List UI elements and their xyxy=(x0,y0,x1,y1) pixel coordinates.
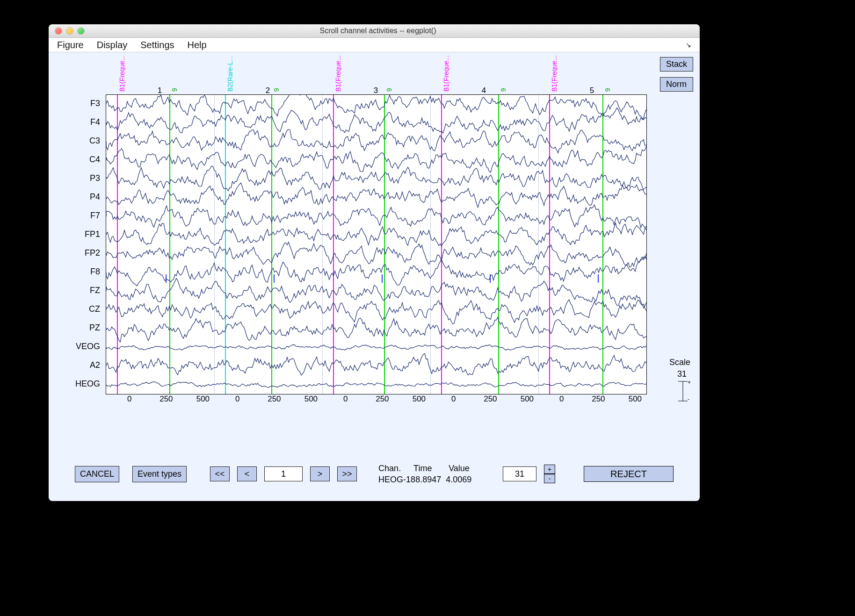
menu-help[interactable]: Help xyxy=(188,40,207,50)
event-marker-label: B1(Freque... xyxy=(334,55,342,92)
norm-button[interactable]: Norm xyxy=(660,77,693,92)
svg-text:-: - xyxy=(688,396,689,402)
channel-label: F7 xyxy=(49,211,100,221)
close-icon[interactable] xyxy=(55,28,62,34)
app-window: Scroll channel activities -- eegplot() F… xyxy=(49,24,700,501)
value-value: 4.0069 xyxy=(446,475,471,484)
event-marker-label: 9 xyxy=(500,88,507,92)
menubar: Figure Display Settings Help ↘ xyxy=(49,38,700,52)
channel-label: A2 xyxy=(49,360,100,370)
resize-corner-icon[interactable]: ↘ xyxy=(686,41,691,49)
x-tick-label: 250 xyxy=(592,394,605,404)
amplitude-plus-button[interactable]: + xyxy=(544,465,555,474)
titlebar[interactable]: Scroll channel activities -- eegplot() xyxy=(49,24,700,38)
position-input[interactable]: 1 xyxy=(264,466,303,481)
event-marker-label: B2(Rare-L... xyxy=(226,56,234,92)
channel-label: FP1 xyxy=(49,229,100,239)
event-marker-label: 9 xyxy=(385,88,393,92)
x-tick-label: 500 xyxy=(521,394,534,404)
event-marker-label: B1(Freque... xyxy=(551,55,558,92)
channel-label: P4 xyxy=(49,192,100,202)
reject-button[interactable]: REJECT xyxy=(584,466,674,482)
nav-first-button[interactable]: << xyxy=(210,466,230,481)
x-tick-label: 500 xyxy=(304,394,318,404)
x-tick-label: 0 xyxy=(235,394,239,404)
x-tick-label: 0 xyxy=(343,394,348,404)
scale-value: 31 xyxy=(677,369,687,379)
x-tick-label: 0 xyxy=(559,394,564,404)
amplitude-minus-button[interactable]: - xyxy=(544,474,555,483)
nav-prev-button[interactable]: < xyxy=(237,466,257,481)
x-tick-label: 500 xyxy=(196,394,210,404)
menu-settings[interactable]: Settings xyxy=(140,40,174,50)
svg-text:+: + xyxy=(688,380,691,386)
x-tick-label: 0 xyxy=(451,394,456,404)
channel-label: CZ xyxy=(49,304,100,314)
menu-display[interactable]: Display xyxy=(97,40,128,50)
epoch-number: 1 xyxy=(158,86,162,95)
event-marker-label: B1(Freque... xyxy=(442,55,450,92)
scale-bar-icon: + - xyxy=(674,380,691,403)
scale-label: Scale xyxy=(669,358,690,367)
channel-label: C3 xyxy=(49,136,100,146)
side-buttons: Stack Norm xyxy=(660,57,693,92)
x-tick-label: 500 xyxy=(629,394,642,404)
x-tick-label: 250 xyxy=(484,394,497,404)
nav-last-button[interactable]: >> xyxy=(337,466,357,481)
stack-button[interactable]: Stack xyxy=(660,57,693,72)
amplitude-stepper: + - xyxy=(544,465,555,483)
bottom-toolbar: CANCEL Event types << < 1 > >> Chan. Tim… xyxy=(49,455,700,493)
event-types-button[interactable]: Event types xyxy=(132,466,187,482)
eeg-plot[interactable] xyxy=(106,94,647,394)
x-tick-label: 250 xyxy=(159,394,173,404)
waveforms xyxy=(106,95,646,394)
x-tick-label: 0 xyxy=(127,394,131,404)
chan-header: Chan. xyxy=(378,463,411,474)
channel-label: FZ xyxy=(49,286,100,295)
chan-value: HEOG xyxy=(378,475,403,484)
channel-label: F8 xyxy=(49,267,100,277)
channel-label: PZ xyxy=(49,323,100,333)
x-tick-label: 250 xyxy=(376,394,389,404)
epoch-number: 3 xyxy=(374,86,378,95)
x-tick-label: 250 xyxy=(268,394,281,404)
channel-label: P3 xyxy=(49,173,100,183)
window-title: Scroll channel activities -- eegplot() xyxy=(84,27,700,35)
window-controls xyxy=(49,28,84,34)
value-header: Value xyxy=(449,463,481,474)
event-marker-label: 9 xyxy=(171,88,178,92)
epoch-number: 2 xyxy=(266,86,270,95)
event-marker-label: 9 xyxy=(273,88,280,92)
channel-label: FP2 xyxy=(49,248,100,258)
channel-label: HEOG xyxy=(49,379,100,389)
x-tick-label: 500 xyxy=(413,394,426,404)
channel-label: C4 xyxy=(49,155,100,165)
time-header: Time xyxy=(413,463,446,474)
cancel-button[interactable]: CANCEL xyxy=(75,466,119,482)
menu-figure[interactable]: Figure xyxy=(57,40,84,50)
epoch-number: 4 xyxy=(482,86,486,95)
zoom-icon[interactable] xyxy=(78,28,84,34)
cursor-readout: Chan. Time Value HEOG-188.8947 4.0069 xyxy=(378,463,481,485)
amplitude-input[interactable]: 31 xyxy=(503,466,536,481)
channel-label: F4 xyxy=(49,117,100,127)
nav-next-button[interactable]: > xyxy=(310,466,330,481)
channel-label: F3 xyxy=(49,99,100,108)
time-value: -188.8947 xyxy=(403,475,441,484)
event-marker-label: B1(Freque... xyxy=(118,55,126,92)
event-marker-label: 9 xyxy=(604,88,611,92)
minimize-icon[interactable] xyxy=(66,28,73,34)
epoch-number: 5 xyxy=(590,86,594,95)
channel-label: VEOG xyxy=(49,342,100,351)
